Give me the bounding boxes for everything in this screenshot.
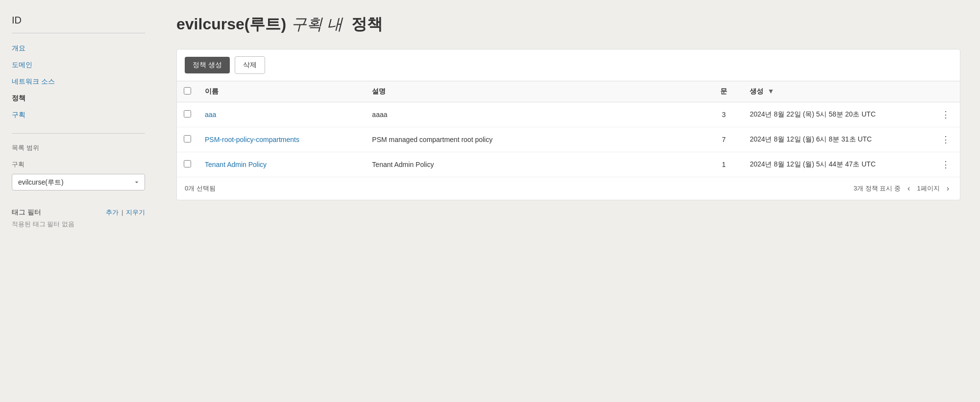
row-actions-cell: ⋮ xyxy=(931,102,960,127)
prev-page-button[interactable]: ‹ xyxy=(905,183,913,194)
sidebar-item-compartment[interactable]: 구획 xyxy=(12,107,145,123)
total-count: 3개 정책 표시 중 xyxy=(854,184,901,193)
next-page-button[interactable]: › xyxy=(944,183,952,194)
table-row: aaa aaaa 3 2024년 8월 22일 (목) 5시 58분 20초 U… xyxy=(177,102,960,127)
sort-icon: ▼ xyxy=(767,87,774,95)
policies-table: 이름 설명 문 생성 ▼ xyxy=(177,81,960,177)
delete-button[interactable]: 삭제 xyxy=(235,56,265,74)
row-actions-cell: ⋮ xyxy=(931,127,960,152)
row-description-cell: aaaa xyxy=(365,102,705,127)
row-actions-button[interactable]: ⋮ xyxy=(938,158,953,171)
row-name-cell: aaa xyxy=(198,102,365,127)
row-checkbox[interactable] xyxy=(184,135,191,142)
page-title-id: evilcurse(루트) xyxy=(176,14,286,35)
page-title: evilcurse(루트) 구획 내 정책 xyxy=(176,14,960,35)
tag-filter-clear-link[interactable]: 지우기 xyxy=(126,209,145,216)
compartment-select[interactable]: evilcurse(루트) xyxy=(12,174,145,190)
scope-section-label: 목록 범위 xyxy=(12,143,145,152)
tag-filter-separator: | xyxy=(122,209,123,216)
table-row: PSM-root-policy-compartments PSM managed… xyxy=(177,127,960,152)
tag-filter-actions: 추가 | 지우기 xyxy=(106,208,145,217)
policy-link-aaa[interactable]: aaa xyxy=(205,111,216,118)
table-header-row: 이름 설명 문 생성 ▼ xyxy=(177,81,960,102)
header-name: 이름 xyxy=(198,81,365,102)
row-checkbox-cell xyxy=(177,127,198,152)
sidebar: ID 개요 도메인 네트워크 소스 정책 구획 목록 범위 구획 evilcur… xyxy=(0,0,157,402)
row-name-cell: PSM-root-policy-compartments xyxy=(198,127,365,152)
sidebar-item-domain[interactable]: 도메인 xyxy=(12,57,145,73)
row-checkbox-cell xyxy=(177,102,198,127)
page-title-bold: 정책 xyxy=(351,15,383,33)
select-all-checkbox[interactable] xyxy=(184,87,191,95)
header-checkbox-cell xyxy=(177,81,198,102)
row-description-cell: Tenant Admin Policy xyxy=(365,152,705,177)
page-title-italic: 구획 내 정책 xyxy=(291,14,383,35)
row-checkbox-cell xyxy=(177,152,198,177)
row-actions-cell: ⋮ xyxy=(931,152,960,177)
tag-filter-add-link[interactable]: 추가 xyxy=(106,209,119,216)
header-actions xyxy=(931,81,960,102)
row-checkbox[interactable] xyxy=(184,110,191,118)
tag-filter-header: 태그 필터 추가 | 지우기 xyxy=(12,208,145,217)
sidebar-item-overview[interactable]: 개요 xyxy=(12,40,145,57)
pagination: 3개 정책 표시 중 ‹ 1페이지 › xyxy=(854,183,952,194)
row-checkbox[interactable] xyxy=(184,160,191,167)
policy-link-psm[interactable]: PSM-root-policy-compartments xyxy=(205,136,299,143)
sidebar-item-policy[interactable]: 정책 xyxy=(12,90,145,107)
row-created-cell: 2024년 8월 12일 (월) 5시 44분 47초 UTC xyxy=(743,152,931,177)
row-name-cell: Tenant Admin Policy xyxy=(198,152,365,177)
page-number: 1페이지 xyxy=(917,184,939,193)
tag-filter-empty: 적용된 태그 필터 없음 xyxy=(12,220,145,229)
table-footer: 0개 선택됨 3개 정책 표시 중 ‹ 1페이지 › xyxy=(177,177,960,200)
row-actions-button[interactable]: ⋮ xyxy=(938,133,953,146)
policies-table-container: 정책 생성 삭제 이름 설명 문 생성 ▼ xyxy=(176,49,960,200)
main-content: evilcurse(루트) 구획 내 정책 정책 생성 삭제 이름 설 xyxy=(157,0,980,402)
header-description: 설명 xyxy=(365,81,705,102)
header-created[interactable]: 생성 ▼ xyxy=(743,81,931,102)
create-policy-button[interactable]: 정책 생성 xyxy=(185,57,230,73)
sidebar-id-label: ID xyxy=(12,15,145,33)
compartment-label: 구획 xyxy=(12,160,145,169)
row-count-cell: 3 xyxy=(705,102,743,127)
selected-count: 0개 선택됨 xyxy=(185,184,216,193)
policy-link-tenant-admin[interactable]: Tenant Admin Policy xyxy=(205,161,267,168)
sidebar-item-network-source[interactable]: 네트워크 소스 xyxy=(12,73,145,90)
table-toolbar: 정책 생성 삭제 xyxy=(177,49,960,81)
row-actions-button[interactable]: ⋮ xyxy=(938,108,953,121)
row-description-cell: PSM managed compartment root policy xyxy=(365,127,705,152)
row-created-cell: 2024년 8월 22일 (목) 5시 58분 20초 UTC xyxy=(743,102,931,127)
row-count-cell: 1 xyxy=(705,152,743,177)
row-created-cell: 2024년 8월 12일 (월) 6시 8분 31초 UTC xyxy=(743,127,931,152)
table-row: Tenant Admin Policy Tenant Admin Policy … xyxy=(177,152,960,177)
header-count: 문 xyxy=(705,81,743,102)
tag-filter-label: 태그 필터 xyxy=(12,208,41,217)
sidebar-navigation: 개요 도메인 네트워크 소스 정책 구획 xyxy=(12,40,145,134)
row-count-cell: 7 xyxy=(705,127,743,152)
